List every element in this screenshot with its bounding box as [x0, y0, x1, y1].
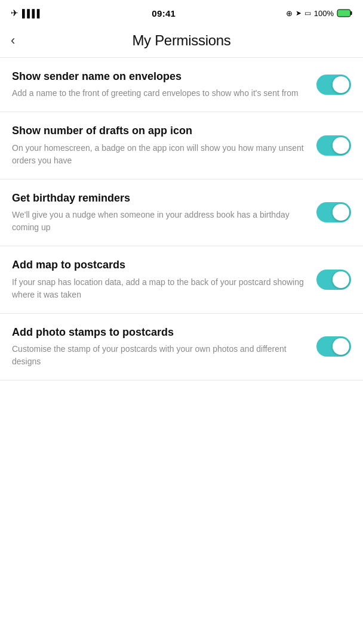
toggle-track-birthday-reminders: [316, 202, 351, 222]
permission-text-birthday-reminders: Get birthday reminders We'll give you a …: [12, 191, 316, 234]
permission-item-sender-name: Show sender name on envelopes Add a name…: [0, 58, 363, 112]
toggle-track-map-postcards: [316, 270, 351, 290]
permission-title-drafts-icon: Show number of drafts on app icon: [12, 124, 304, 138]
page-header: ‹ My Permissions: [0, 24, 363, 58]
permission-item-photo-stamps: Add photo stamps to postcards Customise …: [0, 314, 363, 380]
permission-desc-sender-name: Add a name to the front of greeting card…: [12, 87, 304, 100]
permission-desc-birthday-reminders: We'll give you a nudge when someone in y…: [12, 209, 304, 234]
status-bar: ✈ ▌▌▌▌ 09:41 ⊕ ➤ ▭ 100%: [0, 0, 363, 24]
permission-text-photo-stamps: Add photo stamps to postcards Customise …: [12, 326, 316, 368]
location-icon: ⊕: [286, 9, 293, 18]
battery-percent: 100%: [314, 9, 334, 18]
permission-title-sender-name: Show sender name on envelopes: [12, 70, 304, 83]
battery-icon: [337, 9, 352, 17]
permission-item-birthday-reminders: Get birthday reminders We'll give you a …: [0, 179, 363, 246]
permission-text-sender-name: Show sender name on envelopes Add a name…: [12, 70, 316, 100]
permission-desc-photo-stamps: Customise the stamp of your postcards wi…: [12, 343, 304, 368]
permission-desc-drafts-icon: On your homescreen, a badge on the app i…: [12, 142, 304, 167]
toggle-thumb-map-postcards: [333, 271, 349, 288]
back-button[interactable]: ‹: [11, 34, 15, 47]
svg-rect-0: [337, 10, 350, 17]
airplane-icon: ✈: [11, 8, 19, 18]
toggle-thumb-birthday-reminders: [333, 204, 349, 221]
permission-text-map-postcards: Add map to postcards If your snap has lo…: [12, 258, 316, 301]
toggle-map-postcards[interactable]: [316, 270, 351, 290]
status-left: ✈ ▌▌▌▌: [11, 8, 42, 18]
permission-text-drafts-icon: Show number of drafts on app icon On you…: [12, 124, 316, 166]
permission-title-map-postcards: Add map to postcards: [12, 258, 304, 272]
toggle-drafts-icon[interactable]: [316, 135, 351, 156]
screen-icon: ▭: [304, 9, 311, 17]
permission-item-map-postcards: Add map to postcards If your snap has lo…: [0, 246, 363, 313]
status-time: 09:41: [152, 8, 176, 18]
permission-item-drafts-icon: Show number of drafts on app icon On you…: [0, 112, 363, 179]
permission-title-birthday-reminders: Get birthday reminders: [12, 191, 304, 205]
permission-desc-map-postcards: If your snap has location data, add a ma…: [12, 276, 304, 301]
toggle-track-sender-name: [316, 75, 351, 95]
toggle-track-photo-stamps: [316, 336, 351, 357]
page-title: My Permissions: [132, 32, 230, 49]
permission-title-photo-stamps: Add photo stamps to postcards: [12, 326, 304, 339]
signal-icon: ▌▌▌▌: [22, 9, 42, 18]
status-right: ⊕ ➤ ▭ 100%: [286, 9, 352, 18]
toggle-thumb-drafts-icon: [333, 137, 349, 154]
permissions-list: Show sender name on envelopes Add a name…: [0, 58, 363, 380]
toggle-birthday-reminders[interactable]: [316, 202, 351, 222]
toggle-photo-stamps[interactable]: [316, 336, 351, 357]
svg-rect-1: [350, 11, 352, 15]
gps-icon: ➤: [296, 9, 302, 17]
toggle-thumb-sender-name: [333, 76, 349, 93]
toggle-sender-name[interactable]: [316, 75, 351, 95]
toggle-track-drafts-icon: [316, 135, 351, 156]
toggle-thumb-photo-stamps: [333, 338, 349, 355]
